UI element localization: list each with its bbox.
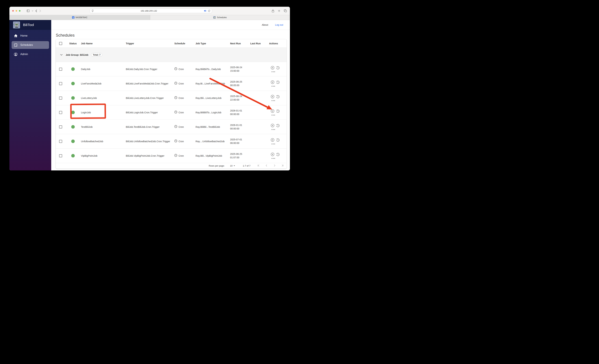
sidebar-nav: Home Schedules xyxy=(9,30,51,58)
browser-toolbar: 192.168.200.132 xyxy=(9,7,290,15)
column-header-status: Status xyxy=(65,42,81,45)
more-options-button[interactable] xyxy=(272,144,287,144)
logout-link[interactable]: Log out xyxy=(275,24,283,26)
back-button[interactable] xyxy=(35,9,37,12)
screenshot-stage: 192.168.200.132 xyxy=(0,0,300,182)
table-pagination: Rows per page: 10 1-7 of 7 xyxy=(56,163,287,169)
table-body: DailyJob BiliJob.DailyJob.Cron.Trigger xyxy=(56,62,287,163)
job-history-button[interactable] xyxy=(276,66,280,70)
sidebar-toggle-icon[interactable] xyxy=(27,9,30,12)
trigger-name: BiliJob.DailyJob.Cron.Trigger xyxy=(126,68,174,70)
next-run-time: 15:00:00 xyxy=(230,69,250,73)
select-all-checkbox[interactable] xyxy=(59,42,62,45)
run-job-button[interactable] xyxy=(271,66,274,70)
job-type: Ray.BiliBiliTo...DailyJob xyxy=(195,68,230,70)
run-job-button[interactable] xyxy=(271,80,274,85)
tab-nas[interactable]: Q NAS5878AC xyxy=(9,15,150,20)
row-checkbox[interactable] xyxy=(59,68,62,71)
run-job-button[interactable] xyxy=(271,153,274,157)
job-type: Ray.Bili...VipBigPointJob xyxy=(195,155,230,157)
row-checkbox[interactable] xyxy=(59,82,62,85)
audio-playing-icon[interactable] xyxy=(204,10,206,12)
tab-overview-icon[interactable] xyxy=(284,9,287,12)
next-run-date: 2025-06-24 xyxy=(230,66,250,69)
job-history-button[interactable] xyxy=(276,80,280,85)
trigger-name: BiliJob.UnfollowBatchedJob.Cron.Trigger xyxy=(126,140,174,143)
more-options-button[interactable] xyxy=(272,115,287,115)
job-history-button[interactable] xyxy=(276,124,280,128)
table-row: LoginJob BiliJob.LoginJob.Cron.Trigger xyxy=(56,105,287,120)
clock-icon xyxy=(174,67,177,71)
minimize-window-button[interactable] xyxy=(16,10,17,12)
collapse-chevron-down-icon[interactable] xyxy=(60,53,63,56)
zoom-window-button[interactable] xyxy=(19,10,20,12)
person-icon xyxy=(14,52,18,56)
select-caret-icon xyxy=(234,165,235,166)
trigger-name: BiliJob.VipBigPointJob.Cron.Trigger xyxy=(126,155,174,157)
clock-icon xyxy=(174,82,177,85)
last-page-button[interactable] xyxy=(281,164,284,168)
next-run-date: 2025-06-25 xyxy=(230,80,250,84)
more-options-button[interactable] xyxy=(272,86,287,87)
home-icon xyxy=(14,34,18,38)
bilitool-logo xyxy=(13,21,20,28)
forward-button[interactable] xyxy=(39,9,41,12)
more-options-button[interactable] xyxy=(272,100,287,101)
bilitool-favicon-icon xyxy=(213,16,216,19)
previous-page-button[interactable] xyxy=(265,164,268,168)
job-history-button[interactable] xyxy=(276,153,280,157)
more-options-button[interactable] xyxy=(272,71,287,72)
job-history-button[interactable] xyxy=(276,138,280,142)
run-job-button[interactable] xyxy=(271,95,274,99)
row-checkbox[interactable] xyxy=(59,111,62,114)
reader-page-icon[interactable] xyxy=(92,9,94,12)
schedule-type: Cron xyxy=(179,140,184,143)
url-text: 192.168.200.132 xyxy=(94,9,204,12)
more-options-button[interactable] xyxy=(272,158,287,159)
clock-icon xyxy=(174,139,177,143)
new-tab-icon[interactable] xyxy=(278,9,280,12)
share-icon[interactable] xyxy=(272,9,274,12)
column-header-last-run: Last Run xyxy=(250,42,269,45)
next-run-date: 2025-07-01 xyxy=(230,138,250,141)
run-job-button[interactable] xyxy=(271,109,274,113)
sidebar-item-schedules[interactable]: Schedules xyxy=(12,41,49,49)
next-run-time: 00:00:00 xyxy=(230,127,250,130)
row-checkbox[interactable] xyxy=(59,154,62,157)
row-checkbox[interactable] xyxy=(59,96,62,100)
trigger-name: BiliJob.LiveFansMedalJob.Cron.Trigger xyxy=(126,82,174,85)
sidebar-item-admin[interactable]: Admin xyxy=(12,50,49,58)
sidebar-header: BiliTool xyxy=(9,20,51,30)
job-history-button[interactable] xyxy=(276,95,280,99)
job-history-button[interactable] xyxy=(276,109,280,113)
sidebar-item-home[interactable]: Home xyxy=(12,32,49,40)
tab-schedules[interactable]: Schedules xyxy=(150,15,290,20)
row-checkbox[interactable] xyxy=(59,125,62,129)
clock-icon xyxy=(174,154,177,157)
job-group-row[interactable]: Job Group: BiliJob Total: 7 xyxy=(56,48,287,62)
first-page-button[interactable] xyxy=(257,164,260,168)
address-bar[interactable]: 192.168.200.132 xyxy=(90,9,212,13)
run-job-button[interactable] xyxy=(271,124,274,128)
status-enabled-dot xyxy=(71,67,75,71)
trigger-name: BiliJob.TestBiliJob.Cron.Trigger xyxy=(126,126,174,128)
run-job-button[interactable] xyxy=(271,138,274,142)
row-checkbox[interactable] xyxy=(59,140,62,143)
about-link[interactable]: About xyxy=(262,24,268,26)
job-name: TestBiliJob xyxy=(81,126,126,128)
next-run-time: 00:05:00 xyxy=(230,84,250,87)
more-options-button[interactable] xyxy=(272,129,287,130)
calendar-icon xyxy=(14,43,18,47)
close-window-button[interactable] xyxy=(12,10,14,12)
status-enabled-dot xyxy=(71,111,75,114)
sidebar-chevron-down-icon[interactable] xyxy=(32,10,33,11)
trigger-name: BiliJob.LiveLotteryJob.Cron.Trigger xyxy=(126,97,174,99)
rows-per-page-select[interactable]: 10 xyxy=(230,165,235,167)
brand-name: BiliTool xyxy=(23,23,34,27)
clock-icon xyxy=(174,125,177,129)
reload-icon[interactable] xyxy=(208,9,210,12)
table-row: VipBigPointJob BiliJob.VipBigPointJob.Cr… xyxy=(56,148,287,163)
tab-bar: Q NAS5878AC Schedules xyxy=(9,15,290,20)
next-page-button[interactable] xyxy=(273,164,276,168)
rows-per-page-label: Rows per page: xyxy=(209,165,225,167)
